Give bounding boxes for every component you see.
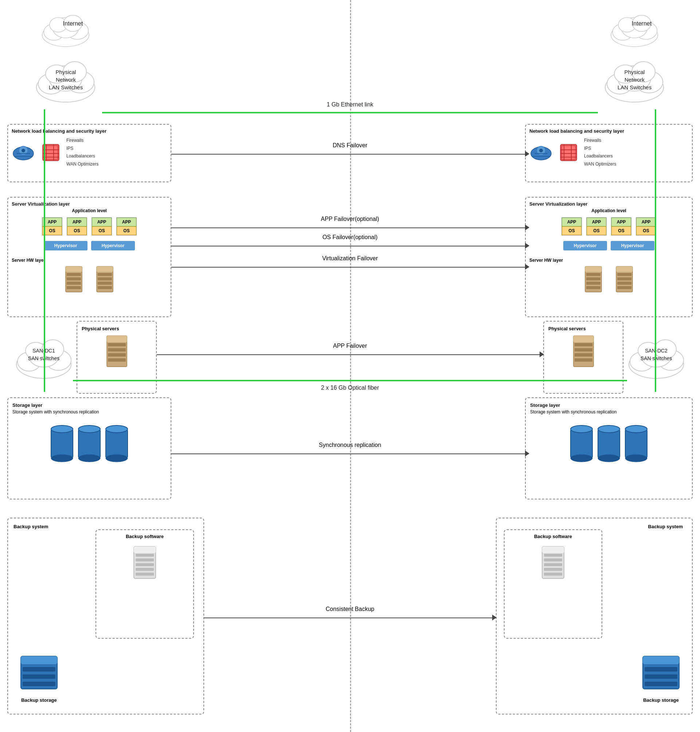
right-backup-storage-area: Backup storage xyxy=(641,651,681,703)
svg-rect-144 xyxy=(644,675,677,679)
svg-rect-127 xyxy=(134,547,156,553)
svg-rect-131 xyxy=(23,675,56,679)
right-lan-label: PhysicalNetworkLAN Switches xyxy=(604,68,665,91)
app-label-4: APP xyxy=(117,218,136,226)
svg-rect-143 xyxy=(644,667,677,672)
svg-rect-50 xyxy=(67,273,81,276)
r-os-label-4: OS xyxy=(636,226,656,235)
svg-point-116 xyxy=(598,454,620,462)
svg-rect-122 xyxy=(135,554,154,557)
left-internet-cloud: Internet xyxy=(37,7,95,51)
left-backup-system-title: Backup system xyxy=(13,524,198,529)
svg-rect-84 xyxy=(108,343,126,346)
app-label-2: APP xyxy=(67,218,87,226)
virt-failover-container: Virtualization Failover xyxy=(171,262,529,273)
left-vert-green-1 xyxy=(44,109,45,335)
svg-rect-72 xyxy=(617,278,631,280)
svg-rect-145 xyxy=(644,682,677,686)
right-app-level-title: Application level xyxy=(529,208,688,213)
right-hypervisor-2: Hypervisor xyxy=(611,241,654,250)
os-label-1: OS xyxy=(42,226,62,235)
svg-rect-85 xyxy=(108,348,126,351)
os-label-2: OS xyxy=(67,226,87,235)
optical-fiber-line xyxy=(73,380,627,381)
svg-rect-66 xyxy=(586,282,600,285)
app-failover-phys-label: APP Failover xyxy=(333,342,367,349)
right-san-cloud: SAN-DC2SAN switches xyxy=(624,332,689,384)
svg-rect-105 xyxy=(78,429,100,458)
svg-rect-88 xyxy=(107,336,127,342)
right-backup-software-box: Backup software xyxy=(504,529,602,639)
virt-failover-label: Virtualization Failover xyxy=(322,255,378,262)
right-app-os-stacks: APP OS APP OS APP OS APP OS xyxy=(529,216,688,237)
right-lan-switches: PhysicalNetworkLAN Switches xyxy=(598,53,671,109)
app-failover-optional-label: APP Failover(optional) xyxy=(321,216,379,222)
right-server-hw-icons xyxy=(529,266,688,293)
left-lan-switches: PhysicalNetworkLAN Switches xyxy=(29,53,102,109)
svg-point-109 xyxy=(106,425,128,433)
right-physical-servers-title: Physical servers xyxy=(549,326,618,331)
right-network-load-title: Network load balancing and security laye… xyxy=(529,128,688,134)
svg-rect-124 xyxy=(135,563,154,566)
svg-point-112 xyxy=(571,425,593,433)
svg-rect-64 xyxy=(586,273,600,276)
r-os-label-1: OS xyxy=(562,226,581,235)
svg-point-38 xyxy=(539,149,543,152)
svg-rect-75 xyxy=(616,266,632,272)
right-hypervisor-1: Hypervisor xyxy=(563,241,607,250)
app-label-3: APP xyxy=(92,218,112,226)
ethernet-link-line xyxy=(102,112,598,113)
dns-arrow-head xyxy=(525,151,529,157)
right-app-os-3: APP OS xyxy=(611,217,631,235)
svg-rect-65 xyxy=(586,278,600,280)
svg-rect-139 xyxy=(544,573,562,576)
svg-rect-71 xyxy=(617,273,631,276)
diagram-container: Internet Internet PhysicalNetworkLAN Swi… xyxy=(0,0,700,732)
right-hypervisor-row: Hypervisor Hypervisor xyxy=(529,241,688,250)
right-network-load-box: Network load balancing and security laye… xyxy=(525,124,693,182)
svg-rect-52 xyxy=(67,282,81,285)
dns-failover-container: DNS Failover xyxy=(171,149,529,160)
right-vert-green-1 xyxy=(655,109,656,335)
dns-failover-label: DNS Failover xyxy=(332,142,367,149)
svg-rect-91 xyxy=(575,343,593,346)
svg-rect-108 xyxy=(106,429,128,458)
svg-rect-61 xyxy=(97,266,113,272)
right-storage-system-label: Storage system with synchronous replicat… xyxy=(530,409,688,415)
left-app-os-3: APP OS xyxy=(91,217,112,235)
right-app-os-4: APP OS xyxy=(636,217,656,235)
svg-point-107 xyxy=(78,454,100,462)
sync-replication-label: Synchronous replication xyxy=(319,442,381,448)
left-hypervisor-1: Hypervisor xyxy=(44,241,87,250)
svg-rect-130 xyxy=(23,667,56,672)
left-server-hw-icons xyxy=(12,266,167,293)
optical-fiber-label: 2 x 16 Gb Optical fiber xyxy=(219,385,481,391)
r-os-label-3: OS xyxy=(612,226,631,235)
svg-rect-94 xyxy=(575,358,593,362)
svg-rect-132 xyxy=(23,682,56,686)
r-os-label-2: OS xyxy=(587,226,606,235)
left-storage-icons xyxy=(12,422,166,466)
right-backup-sw-icon xyxy=(508,545,598,581)
svg-rect-135 xyxy=(544,554,562,557)
svg-rect-53 xyxy=(67,286,81,289)
r-app-label-4: APP xyxy=(636,218,656,226)
app-failover-phys-container: APP Failover xyxy=(157,349,543,360)
consistent-backup-container: Consistent Backup xyxy=(204,613,496,623)
left-storage-layer-title: Storage layer xyxy=(12,403,166,408)
left-storage-box: Storage layer Storage system with synchr… xyxy=(7,397,171,500)
left-physical-server-icon xyxy=(82,335,151,368)
left-network-load-title: Network load balancing and security laye… xyxy=(12,128,167,134)
left-app-level-title: Application level xyxy=(12,208,167,213)
left-hypervisor-2: Hypervisor xyxy=(91,241,135,250)
left-storage-system-label: Storage system with synchronous replicat… xyxy=(12,409,166,415)
svg-point-115 xyxy=(598,425,620,433)
left-app-os-4: APP OS xyxy=(116,217,137,235)
svg-rect-136 xyxy=(544,559,562,561)
right-server-hw-title: Server HW layer xyxy=(529,258,688,263)
svg-rect-111 xyxy=(571,429,593,458)
left-backup-software-box: Backup software xyxy=(96,529,194,639)
virt-failover-line xyxy=(171,267,529,268)
left-hypervisor-row: Hypervisor Hypervisor xyxy=(12,241,167,250)
svg-rect-123 xyxy=(135,559,154,561)
